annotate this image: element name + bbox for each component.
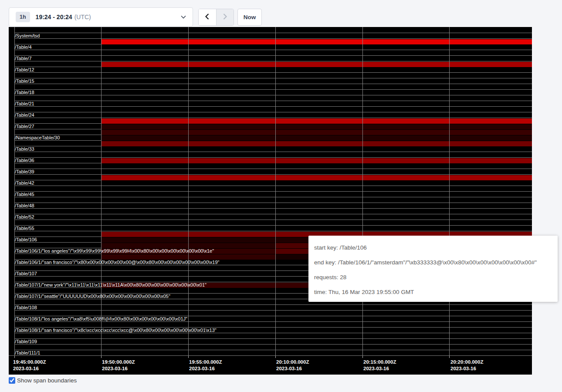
span-row[interactable] — [14, 344, 532, 350]
heat-cell[interactable] — [362, 175, 449, 180]
heat-cell[interactable] — [449, 135, 532, 141]
heat-cell[interactable] — [275, 175, 362, 180]
span-row[interactable] — [14, 50, 532, 55]
heat-cell[interactable] — [449, 118, 532, 124]
heat-cell[interactable] — [188, 254, 275, 260]
span-row[interactable] — [14, 220, 532, 225]
span-row[interactable]: /System/tsd — [14, 33, 532, 38]
heat-cell[interactable] — [362, 124, 449, 129]
heat-cell[interactable] — [362, 62, 449, 67]
span-row[interactable]: /Table/21 — [14, 101, 532, 106]
span-row[interactable] — [14, 38, 532, 44]
span-row[interactable] — [14, 174, 532, 180]
now-button[interactable]: Now — [237, 9, 262, 26]
heat-cell[interactable] — [188, 175, 275, 180]
span-row[interactable] — [14, 118, 532, 123]
span-row[interactable] — [14, 106, 532, 112]
heat-cell[interactable] — [101, 232, 188, 237]
span-row[interactable] — [14, 186, 532, 191]
prev-range-button[interactable] — [199, 9, 216, 25]
heat-cell[interactable] — [362, 130, 449, 135]
heat-cell[interactable] — [188, 237, 275, 243]
span-row[interactable]: /Table/36 — [14, 157, 532, 163]
span-row[interactable]: /Table/7 — [14, 55, 532, 61]
heat-cell[interactable] — [275, 118, 362, 124]
heat-cell[interactable] — [188, 141, 275, 146]
span-row[interactable]: /Table/108/1/"san francisco"/"\x8c\xcc\x… — [14, 327, 532, 333]
span-row[interactable]: /Table/55 — [14, 225, 532, 231]
span-row[interactable] — [14, 72, 532, 78]
heat-cell[interactable] — [362, 39, 449, 44]
heat-cell[interactable] — [275, 135, 362, 141]
heat-cell[interactable] — [449, 175, 532, 180]
span-row[interactable] — [14, 84, 532, 89]
heat-cell[interactable] — [275, 62, 362, 67]
heat-cell[interactable] — [449, 124, 532, 129]
heat-cell[interactable] — [101, 135, 188, 141]
heat-cell[interactable] — [101, 118, 188, 124]
span-row[interactable] — [14, 140, 532, 146]
heat-cell[interactable] — [449, 141, 532, 146]
span-row[interactable] — [14, 61, 532, 67]
span-row[interactable]: /Table/108 — [14, 304, 532, 310]
span-row[interactable] — [14, 197, 532, 203]
heat-cell[interactable] — [188, 124, 275, 129]
span-row[interactable]: /Table/48 — [14, 203, 532, 208]
span-row[interactable]: /Table/15 — [14, 78, 532, 84]
heat-cell[interactable] — [188, 158, 275, 163]
heat-cell[interactable] — [449, 39, 532, 44]
heat-cell[interactable] — [101, 130, 188, 135]
key-visualizer-canvas[interactable]: /System/tsd/Table/4/Table/7/Table/12/Tab… — [9, 27, 532, 375]
heat-cell[interactable] — [188, 135, 275, 141]
heat-cell[interactable] — [449, 158, 532, 163]
heat-cell[interactable] — [188, 243, 275, 248]
span-row[interactable]: /Table/111/1 — [14, 350, 532, 355]
heat-cell[interactable] — [101, 39, 188, 44]
heat-cell[interactable] — [188, 118, 275, 124]
span-row[interactable] — [14, 163, 532, 169]
span-row[interactable]: /Table/18 — [14, 89, 532, 95]
heat-cell[interactable] — [449, 130, 532, 135]
heat-cell[interactable] — [362, 135, 449, 141]
heat-cell[interactable] — [275, 124, 362, 129]
span-row[interactable] — [14, 129, 532, 135]
span-row[interactable]: /Table/52 — [14, 214, 532, 220]
span-row[interactable]: /Table/12 — [14, 67, 532, 72]
heat-cell[interactable] — [188, 130, 275, 135]
heat-cell[interactable] — [101, 158, 188, 163]
span-row[interactable]: /Table/33 — [14, 146, 532, 152]
span-row[interactable]: /Table/24 — [14, 112, 532, 118]
span-row[interactable] — [14, 333, 532, 338]
span-row[interactable]: /Table/4 — [14, 44, 532, 50]
heat-cell[interactable] — [188, 39, 275, 44]
heat-cell[interactable] — [188, 232, 275, 237]
span-row[interactable] — [14, 152, 532, 157]
heat-cell[interactable] — [101, 62, 188, 67]
show-span-boundaries-checkbox[interactable] — [9, 377, 15, 384]
span-row[interactable] — [14, 27, 532, 33]
heat-cell[interactable] — [275, 39, 362, 44]
span-row[interactable]: /Table/39 — [14, 169, 532, 174]
heat-cell[interactable] — [101, 141, 188, 146]
heat-cell[interactable] — [101, 254, 188, 260]
span-row[interactable] — [14, 310, 532, 316]
time-range-selector[interactable]: 1h 19:24 - 20:24 (UTC) — [9, 7, 193, 27]
heat-cell[interactable] — [275, 141, 362, 146]
span-row[interactable] — [14, 95, 532, 101]
heat-cell[interactable] — [275, 158, 362, 163]
span-row[interactable] — [14, 208, 532, 214]
heat-cell[interactable] — [101, 175, 188, 180]
span-row[interactable]: /Table/42 — [14, 180, 532, 186]
span-row[interactable]: /Table/27 — [14, 123, 532, 129]
heat-cell[interactable] — [101, 237, 188, 243]
heat-cell[interactable] — [101, 124, 188, 129]
heat-cell[interactable] — [362, 141, 449, 146]
span-row[interactable]: /Table/45 — [14, 191, 532, 197]
heat-cell[interactable] — [362, 158, 449, 163]
heat-cell[interactable] — [362, 118, 449, 124]
heat-cell[interactable] — [188, 62, 275, 67]
next-range-button[interactable] — [216, 9, 234, 25]
span-row[interactable]: /Table/108/1/"los angeles"/"\xa8\xf5\u00… — [14, 316, 532, 321]
heat-cell[interactable] — [275, 130, 362, 135]
heat-cell[interactable] — [449, 62, 532, 67]
